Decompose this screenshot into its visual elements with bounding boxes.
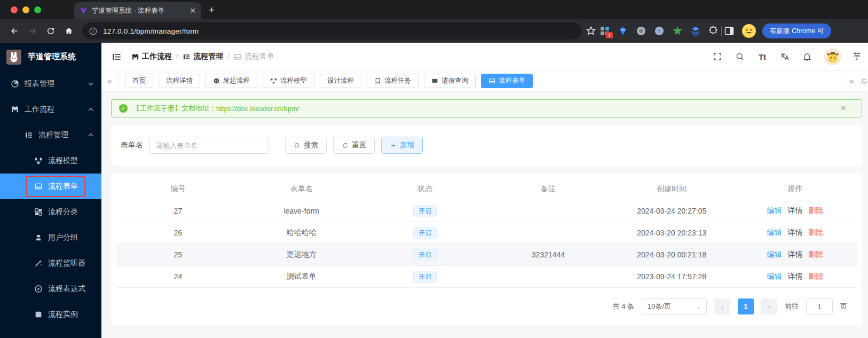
tab-close-icon[interactable]: ✕: [190, 6, 196, 15]
tag-leave-query[interactable]: 请假查询: [424, 74, 476, 88]
close-window-button[interactable]: [11, 6, 18, 13]
app-logo-row[interactable]: 芋道管理系统: [0, 43, 101, 71]
category-icon: [34, 208, 43, 216]
tags-refresh-icon[interactable]: [861, 71, 868, 91]
chevron-up-icon: [88, 132, 94, 138]
add-button-label: 新增: [400, 140, 414, 150]
prev-page-button[interactable]: ‹: [714, 298, 730, 315]
chrome-update-chip[interactable]: 有新版 Chrome 可: [762, 23, 831, 38]
header-actions: Tt 芋: [712, 48, 861, 65]
breadcrumb: 工作流程 / 流程管理 / 流程表单: [131, 52, 274, 61]
delete-link[interactable]: 删除: [808, 250, 823, 260]
cell-name: 更远地方: [240, 250, 363, 260]
tag-process-task[interactable]: 流程任务: [367, 74, 419, 88]
tag-label: 流程模型: [280, 76, 307, 85]
next-page-button[interactable]: ›: [761, 298, 777, 315]
tag-design-process[interactable]: 设计流程: [320, 74, 361, 88]
notification-bell-icon[interactable]: [802, 51, 812, 62]
form-name-input[interactable]: [149, 137, 269, 154]
pagination: 共 4 条 10条/页 ⌄ ‹ 1 › 前往 页: [116, 288, 857, 318]
side-panel-icon[interactable]: [724, 26, 735, 36]
site-info-icon[interactable]: [89, 27, 98, 36]
detail-link[interactable]: 详情: [787, 206, 802, 216]
edit-link[interactable]: 编辑: [767, 272, 782, 281]
extension-blue-circle-icon[interactable]: [654, 26, 665, 36]
sidebar-item-process-mgmt[interactable]: 流程管理: [0, 122, 101, 148]
detail-link[interactable]: 详情: [787, 228, 802, 238]
sidebar-item-process-model[interactable]: 流程模型: [0, 148, 101, 174]
extensions-puzzle-icon[interactable]: [708, 26, 719, 36]
tag-process-detail[interactable]: 流程详情: [159, 74, 200, 88]
delete-link[interactable]: 删除: [808, 228, 823, 238]
font-size-icon[interactable]: Tt: [757, 51, 768, 62]
tags-list: 首页 流程详情 发起流程 流程模型 设计流程 流程任务 请假查询: [119, 74, 843, 88]
delete-link[interactable]: 删除: [808, 272, 823, 281]
alert-doc-link[interactable]: https://doc.iocoder.cn/bpm/: [216, 105, 299, 113]
home-icon[interactable]: [61, 23, 77, 39]
cell-id: 27: [116, 207, 240, 215]
tags-scroll-left-icon[interactable]: «: [101, 71, 119, 91]
new-tab-button[interactable]: +: [209, 5, 215, 16]
edit-link[interactable]: 编辑: [767, 228, 782, 238]
edit-link[interactable]: 编辑: [767, 206, 782, 216]
tag-home[interactable]: 首页: [125, 74, 153, 88]
sidebar-item-report[interactable]: 报表管理: [0, 71, 101, 97]
sidebar-item-process-listener[interactable]: 流程监听器: [0, 250, 101, 276]
success-check-icon: ✓: [119, 104, 128, 113]
page-size-select[interactable]: 10条/页 ⌄: [642, 298, 707, 315]
profile-avatar[interactable]: [742, 24, 756, 38]
sidebar-item-workflow[interactable]: 工作流程: [0, 97, 101, 122]
detail-link[interactable]: 详情: [787, 250, 802, 260]
tag-process-model[interactable]: 流程模型: [263, 74, 314, 88]
cell-created: 2023-09-24 17:57:28: [610, 272, 733, 281]
reset-button[interactable]: 重置: [333, 137, 375, 154]
sidebar-item-process-instance[interactable]: 流程实例: [0, 302, 101, 327]
add-button[interactable]: 新增: [381, 137, 423, 154]
user-avatar[interactable]: [824, 48, 841, 65]
tag-process-form[interactable]: 流程表单: [481, 74, 533, 88]
detail-link[interactable]: 详情: [787, 272, 802, 281]
breadcrumb-item-workflow[interactable]: 工作流程: [131, 52, 172, 61]
breadcrumb-item-process-mgmt[interactable]: 流程管理: [183, 52, 223, 61]
reset-button-label: 重置: [352, 140, 366, 150]
extension-green-star-icon[interactable]: [672, 26, 683, 36]
extension-diamond-icon[interactable]: [618, 26, 628, 36]
browser-tab[interactable]: 芋道管理系统 - 流程表单 ✕: [74, 2, 201, 19]
translate-icon[interactable]: [779, 51, 790, 62]
search-icon[interactable]: [735, 51, 745, 62]
workflow-icon: [131, 53, 139, 61]
delete-link[interactable]: 删除: [808, 206, 823, 216]
chevron-down-icon: [88, 81, 94, 87]
window-controls[interactable]: [0, 0, 49, 19]
alert-close-icon[interactable]: ✕: [840, 104, 854, 113]
search-button[interactable]: 搜索: [285, 137, 327, 154]
minimize-window-button[interactable]: [22, 6, 29, 13]
smiley-icon: [213, 77, 220, 84]
sidebar-item-user-group[interactable]: 用户分组: [0, 225, 101, 250]
address-bar[interactable]: 127.0.0.1/bpm/manager/form: [82, 22, 581, 40]
tag-start-process[interactable]: 发起流程: [206, 74, 257, 88]
fullscreen-icon[interactable]: [712, 51, 723, 62]
edit-link[interactable]: 编辑: [767, 250, 782, 260]
goto-page-input[interactable]: [806, 298, 833, 315]
tag-label: 设计流程: [327, 76, 354, 85]
sidebar-item-process-expression[interactable]: 流程表达式: [0, 276, 101, 302]
url-text[interactable]: 127.0.0.1/bpm/manager/form: [103, 27, 199, 35]
bookmark-star-icon[interactable]: [586, 26, 596, 36]
cell-created: 2024-03-20 00:21:18: [610, 250, 733, 259]
sidebar-item-process-category[interactable]: 流程分类: [0, 199, 101, 225]
reload-icon[interactable]: [43, 23, 59, 39]
sidebar-collapse-icon[interactable]: [109, 49, 124, 64]
extension-gray-circle-icon[interactable]: [636, 26, 646, 36]
tags-scroll-right-icon[interactable]: »: [843, 71, 861, 91]
page-number-button[interactable]: 1: [738, 298, 754, 315]
back-icon[interactable]: [6, 23, 22, 39]
username-text[interactable]: 芋: [853, 52, 861, 61]
zoom-window-button[interactable]: [34, 6, 41, 13]
workflow-icon: [11, 105, 19, 114]
sidebar-item-process-form[interactable]: 流程表单: [0, 174, 101, 199]
total-count: 共 4 条: [613, 302, 634, 311]
extension-grid-icon[interactable]: 7: [599, 26, 610, 36]
forward-icon[interactable]: [25, 23, 41, 39]
extension-layers-icon[interactable]: [690, 26, 701, 36]
